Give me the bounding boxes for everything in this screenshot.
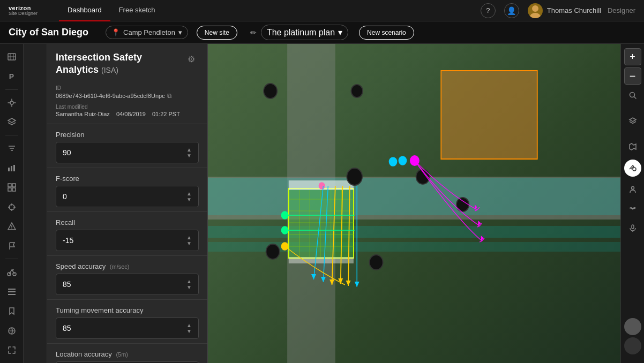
location-icon: 📍 [111, 28, 120, 36]
brand-sub: Site Designer [9, 11, 38, 16]
map-area[interactable] [208, 44, 620, 363]
svg-point-53 [266, 244, 280, 259]
mic-icon[interactable] [624, 220, 641, 237]
field-recall-label: Recall [56, 218, 199, 226]
svg-rect-12 [8, 188, 11, 191]
svg-point-3 [10, 101, 13, 104]
fscore-stepper[interactable]: ▲▼ [186, 191, 192, 202]
svg-point-20 [11, 228, 12, 229]
sidebar-icon-filter[interactable] [2, 140, 21, 157]
map-overlay-svg [208, 44, 620, 363]
speed-accuracy-input[interactable]: 85 ▲▼ [56, 274, 199, 295]
plan-selector[interactable]: The platinum plan ▾ [261, 25, 348, 40]
nav-right: ? 👤 Thomas Churchill Designer [481, 3, 635, 18]
map-view-button[interactable] [624, 138, 641, 155]
new-site-button[interactable]: New site [197, 26, 237, 40]
chevron-down-icon: ▾ [178, 28, 182, 36]
svg-rect-25 [8, 291, 16, 292]
sidebar-icon-parking[interactable]: P [2, 67, 21, 85]
svg-rect-47 [289, 257, 354, 263]
sidebar-icon-bike[interactable] [2, 263, 21, 281]
panel-title: Intersection Safety Analytics (ISA) [56, 51, 142, 77]
plan-label: The platinum plan [267, 28, 335, 37]
meta-time: 01:22 PST [152, 111, 180, 117]
nav-tabs: Dashboard Free sketch [59, 0, 164, 21]
user-profile-icon[interactable]: 👤 [504, 3, 519, 18]
sidebar-icon-alert[interactable] [2, 218, 21, 235]
bottom-circle-1[interactable] [624, 318, 641, 335]
recall-stepper[interactable]: ▲▼ [186, 235, 192, 246]
nav-tab-free-sketch[interactable]: Free sketch [110, 0, 164, 21]
meta-user-name: Samantha Ruiz-Diaz [56, 111, 110, 117]
person-tracking-icon[interactable] [624, 181, 641, 198]
svg-rect-26 [8, 294, 16, 295]
sidebar-icon-flag[interactable] [2, 237, 21, 254]
meta-user-info: Samantha Ruiz-Diaz 04/08/2019 01:22 PST [56, 111, 199, 117]
layers-button[interactable] [624, 112, 641, 130]
right-sidebar: + − [620, 44, 644, 363]
brand-logo: verizon Site Designer [9, 5, 38, 16]
sidebar-icon-globe[interactable] [2, 322, 21, 339]
sub-header: City of San Diego 📍 Camp Pendleton ▾ New… [0, 21, 644, 44]
speed-accuracy-stepper[interactable]: ▲▼ [186, 278, 192, 290]
svg-rect-8 [11, 166, 12, 171]
sidebar-icon-layers[interactable] [2, 114, 21, 131]
field-speed-accuracy-label: Speed accuracy (m/sec) [56, 262, 199, 270]
svg-rect-76 [632, 225, 634, 229]
sidebar-icon-signal[interactable] [2, 94, 21, 111]
sidebar-icon-bookmark[interactable] [2, 303, 21, 320]
field-precision-label: Precision [56, 131, 199, 139]
bottom-circle-2[interactable] [624, 337, 641, 354]
svg-point-73 [633, 168, 636, 171]
turning-stepper[interactable]: ▲▼ [186, 322, 192, 334]
sidebar-icon-chart[interactable] [2, 160, 21, 177]
bottom-controls [624, 318, 641, 359]
precision-stepper[interactable]: ▲▼ [186, 147, 192, 158]
field-fscore-label: F-score [56, 175, 199, 183]
zoom-out-button[interactable]: − [624, 67, 641, 85]
sidebar-divider-3 [5, 259, 18, 259]
nav-tab-dashboard[interactable]: Dashboard [59, 0, 110, 21]
zoom-in-button[interactable]: + [624, 48, 641, 65]
svg-rect-32 [208, 226, 620, 238]
svg-rect-11 [12, 184, 16, 187]
top-navigation: verizon Site Designer Dashboard Free ske… [0, 0, 644, 21]
panel-settings-button[interactable]: ⚙ [184, 51, 199, 66]
svg-rect-34 [441, 71, 537, 159]
svg-point-48 [264, 84, 277, 99]
field-speed-accuracy: Speed accuracy (m/sec) 85 ▲▼ [47, 256, 207, 300]
panel-meta: ID 0689e743-b610-4ef6-9abc-a95cdcf8Unpc … [47, 81, 207, 124]
main-layout: P [0, 44, 644, 363]
sidebar-icon-expand[interactable] [2, 342, 21, 359]
svg-point-56 [399, 156, 406, 165]
map-search-button[interactable] [624, 87, 641, 104]
city-title: City of San Diego [9, 27, 88, 38]
panel-header: Intersection Safety Analytics (ISA) ⚙ [47, 44, 207, 81]
svg-rect-7 [8, 168, 10, 171]
field-turning: Turning movement accuracy 85 ▲▼ [47, 300, 207, 344]
plan-area: ✏ The platinum plan ▾ [250, 25, 348, 40]
avatar [528, 3, 543, 18]
sidebar-icon-map[interactable] [2, 48, 21, 65]
help-button[interactable]: ? [481, 3, 496, 18]
broadcast-icon[interactable] [624, 200, 641, 217]
location-name: Camp Pendleton [123, 28, 175, 36]
sidebar-icon-crosshair[interactable] [2, 198, 21, 215]
svg-rect-9 [13, 165, 15, 171]
new-scenario-button[interactable]: New scenario [359, 26, 414, 40]
sidebar-icon-grid[interactable] [2, 179, 21, 196]
recall-input[interactable]: -15 ▲▼ [56, 230, 199, 251]
location-selector[interactable]: 📍 Camp Pendleton ▾ [106, 26, 188, 39]
sidebar-icon-data[interactable] [2, 283, 21, 300]
svg-marker-70 [355, 282, 360, 287]
turning-input[interactable]: 85 ▲▼ [56, 317, 199, 339]
gun-icon[interactable] [624, 160, 641, 177]
svg-rect-10 [8, 184, 11, 187]
svg-point-61 [319, 183, 325, 189]
meta-date: 04/08/2019 [116, 111, 146, 117]
precision-input[interactable]: 90 ▲▼ [56, 142, 199, 163]
copy-id-icon[interactable]: ⧉ [167, 92, 172, 100]
fscore-input[interactable]: 0 ▲▼ [56, 186, 199, 207]
user-name: Thomas Churchill [547, 6, 601, 14]
svg-line-72 [634, 97, 636, 99]
